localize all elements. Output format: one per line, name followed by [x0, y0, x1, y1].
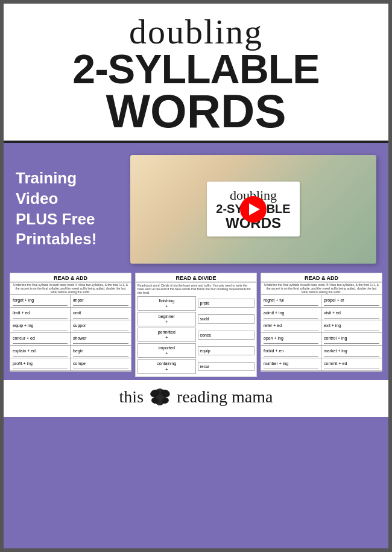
- training-line3: PLUS Free: [16, 210, 95, 228]
- ws-cell: control + ing: [321, 333, 382, 346]
- ws-cell: commit + ed: [321, 358, 382, 371]
- play-button[interactable]: [240, 196, 267, 223]
- ws-cell: forbid + en: [261, 346, 321, 358]
- ws-cell: begin: [71, 346, 131, 358]
- brand-logo: [147, 384, 174, 411]
- ws-cell: omit: [71, 308, 131, 320]
- middle-section: Training Video PLUS Free Printables! dou…: [4, 143, 388, 273]
- ws-cell: equip + ing: [10, 320, 71, 333]
- ws-answer: sudd: [198, 314, 255, 323]
- title-words: WORDS: [16, 89, 376, 133]
- worksheets-section: READ & ADD Underline the final syllable …: [4, 273, 388, 380]
- ws-answer: equip: [198, 346, 255, 355]
- worksheet-middle: READ & DIVIDE Read each word. Divide it …: [135, 273, 257, 377]
- ws-cell: admit + ing: [261, 308, 321, 320]
- training-line4: Printables!: [16, 230, 96, 248]
- ws-answer: prefe: [198, 299, 255, 308]
- ws-word: beginner+: [138, 312, 196, 326]
- ws-mid-header: READ & DIVIDE: [136, 273, 256, 282]
- ws-answer: conce: [198, 331, 255, 340]
- ws-cell: propel + er: [321, 295, 382, 308]
- ws-cell: explain + ed: [10, 346, 71, 358]
- ws-cell: shower: [71, 333, 131, 346]
- ws-cell: impor: [71, 295, 131, 308]
- ws-mid-row: permitted+ conce: [138, 328, 254, 342]
- ws-word: finishing+: [138, 296, 196, 311]
- page-container: doubling 2-SYLLABLE WORDS Training Video…: [0, 0, 392, 552]
- ws-cell: suppor: [71, 320, 131, 333]
- ws-cell: number + ing: [261, 358, 321, 371]
- ws-mid-subtext: Read each word. Divide it into the base …: [138, 284, 254, 294]
- ws-cell: exit + ing: [321, 320, 382, 333]
- training-text: Training Video PLUS Free Printables!: [16, 168, 118, 250]
- title-syllable: 2-SYLLABLE: [16, 49, 376, 89]
- ws-cell: market + ing: [321, 346, 382, 358]
- ws-mid-row: finishing+ prefe: [138, 296, 254, 311]
- video-thumbnail[interactable]: doubling 2-SYLLABLE WORDS: [130, 155, 376, 264]
- ws-right-header: READ & ADD: [261, 273, 382, 282]
- ws-cell: forget + ing: [10, 295, 71, 308]
- training-line1: Training: [16, 169, 77, 187]
- ws-word: containing+: [138, 359, 196, 373]
- ws-cell: visit + ed: [321, 308, 382, 320]
- ws-mid-row: containing+ recur: [138, 359, 254, 373]
- ws-cell: profit + ing: [10, 358, 71, 371]
- ws-word: permitted+: [138, 328, 196, 342]
- ws-left-subtext: Underline the final syllable in each bas…: [10, 282, 131, 294]
- ws-mid-row: beginner+ sudd: [138, 312, 254, 326]
- ws-mid-row: imported+ equip: [138, 343, 254, 358]
- ws-left-header: READ & ADD: [10, 273, 131, 282]
- ws-right-subtext: Underline the final syllable in each bas…: [261, 282, 382, 294]
- ws-word: imported+: [138, 343, 196, 358]
- play-icon: [249, 203, 260, 215]
- header-section: doubling 2-SYLLABLE WORDS: [4, 4, 388, 143]
- training-line2: Video: [16, 189, 58, 208]
- title-doubling: doubling: [16, 14, 376, 49]
- brand-text-left: this: [119, 387, 144, 407]
- ws-cell: regret + ful: [261, 295, 321, 308]
- ws-right-grid: regret + ful propel + er admit + ing vis…: [261, 294, 382, 372]
- ws-cell: concur + ed: [10, 333, 71, 346]
- ws-cell: limit + ed: [10, 308, 71, 320]
- worksheet-right: READ & ADD Underline the final syllable …: [261, 273, 382, 372]
- ws-mid-content: Read each word. Divide it into the base …: [136, 282, 256, 376]
- ws-answer: recur: [198, 362, 255, 371]
- ws-left-grid: forget + ing impor limit + ed omit equip…: [10, 294, 131, 372]
- brand-section: this reading mama: [4, 380, 388, 417]
- ws-cell: refer + ed: [261, 320, 321, 333]
- brand-text-right: reading mama: [177, 387, 273, 407]
- ws-cell: open + ing: [261, 333, 321, 346]
- worksheet-left: READ & ADD Underline the final syllable …: [10, 273, 131, 372]
- ws-cell: compe: [71, 358, 131, 371]
